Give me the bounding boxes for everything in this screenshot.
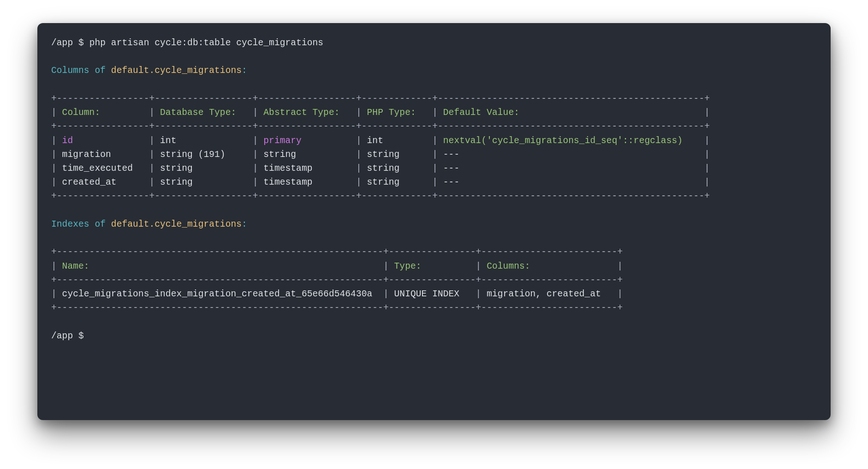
table-border: +---------------------------------------… — [51, 275, 623, 285]
pipe: | — [51, 108, 62, 118]
pipe: | — [351, 177, 367, 187]
table-header-php-type: PHP Type: — [367, 108, 427, 118]
heading-colon: : — [242, 66, 247, 76]
pipe: | — [427, 108, 443, 118]
pipe: | — [247, 163, 263, 174]
cell-abstract-type: timestamp — [263, 163, 351, 174]
pipe: | — [247, 150, 263, 160]
cell-column: time_executed — [62, 163, 144, 174]
cell-column: migration — [62, 150, 144, 160]
table-header-type: Type: — [394, 261, 470, 271]
pipe: | — [378, 261, 394, 271]
pipe: | — [144, 136, 160, 146]
pipe: | — [699, 177, 710, 187]
table-border: +---------------------------------------… — [51, 247, 623, 257]
pipe: | — [427, 177, 443, 187]
cell-abstract-type: primary — [263, 136, 351, 146]
heading-prefix: Indexes of — [51, 219, 111, 229]
pipe: | — [351, 163, 367, 174]
pipe: | — [247, 108, 263, 118]
table-border: +-----------------+------------------+--… — [51, 121, 710, 132]
pipe: | — [351, 136, 367, 146]
cell-column: created_at — [62, 177, 144, 187]
pipe: | — [427, 150, 443, 160]
cell-php-type: string — [367, 163, 427, 174]
pipe: | — [612, 289, 623, 299]
pipe: | — [378, 289, 394, 299]
cell-default-value: nextval('cycle_migrations_id_seq'::regcl… — [443, 136, 699, 146]
table-header-default-value: Default Value: — [443, 108, 699, 118]
pipe: | — [51, 261, 62, 271]
cell-type: UNIQUE INDEX — [394, 289, 470, 299]
table-header-abstract-type: Abstract Type: — [263, 108, 351, 118]
table-header-row: | Name: | Type: | Columns: | — [51, 261, 623, 271]
pipe: | — [247, 136, 263, 146]
cell-abstract-type: string — [263, 150, 351, 160]
end-prompt-line: /app $ — [51, 331, 89, 341]
heading-prefix: Columns of — [51, 66, 111, 76]
pipe: | — [144, 108, 160, 118]
pipe: | — [51, 163, 62, 174]
columns-heading: Columns of default.cycle_migrations: — [51, 66, 247, 76]
table-row: | migration | string (191) | string | st… — [51, 150, 710, 160]
pipe: | — [351, 108, 367, 118]
table-header-column: Column: — [62, 108, 144, 118]
cell-columns: migration, created_at — [487, 289, 612, 299]
indexes-heading: Indexes of default.cycle_migrations: — [51, 219, 247, 229]
indexes-table: +---------------------------------------… — [51, 247, 623, 313]
columns-table: +-----------------+------------------+--… — [51, 94, 710, 202]
terminal-output: /app $ php artisan cycle:db:table cycle_… — [51, 36, 817, 343]
cell-db-type: string — [160, 177, 247, 187]
pipe: | — [51, 150, 62, 160]
pipe: | — [51, 289, 62, 299]
heading-table-fqn: default.cycle_migrations — [111, 66, 242, 76]
pipe: | — [351, 150, 367, 160]
heading-colon: : — [242, 219, 247, 229]
table-row: | id | int | primary | int | nextval('cy… — [51, 136, 710, 146]
cell-db-type: string (191) — [160, 150, 247, 160]
cell-default-value: --- — [443, 150, 699, 160]
table-border: +---------------------------------------… — [51, 303, 623, 313]
pipe: | — [427, 163, 443, 174]
pipe: | — [470, 289, 487, 299]
pipe: | — [699, 108, 710, 118]
prompt-path: /app — [51, 38, 73, 48]
pipe: | — [699, 136, 710, 146]
pipe: | — [51, 177, 62, 187]
table-border: +-----------------+------------------+--… — [51, 94, 710, 104]
pipe: | — [144, 177, 160, 187]
cell-db-type: string — [160, 163, 247, 174]
cell-name: cycle_migrations_index_migration_created… — [62, 289, 378, 299]
table-header-row: | Column: | Database Type: | Abstract Ty… — [51, 108, 710, 118]
terminal-window[interactable]: /app $ php artisan cycle:db:table cycle_… — [37, 23, 831, 420]
cell-php-type: string — [367, 150, 427, 160]
pipe: | — [144, 163, 160, 174]
table-row: | time_executed | string | timestamp | s… — [51, 163, 710, 174]
pipe: | — [144, 150, 160, 160]
pipe: | — [247, 177, 263, 187]
pipe: | — [699, 163, 710, 174]
prompt-symbol: $ — [78, 331, 84, 341]
table-row: | created_at | string | timestamp | stri… — [51, 177, 710, 187]
pipe: | — [470, 261, 487, 271]
table-header-name: Name: — [62, 261, 378, 271]
table-header-columns: Columns: — [487, 261, 612, 271]
pipe: | — [51, 136, 62, 146]
cell-php-type: int — [367, 136, 427, 146]
pipe: | — [612, 261, 623, 271]
cell-php-type: string — [367, 177, 427, 187]
heading-table-fqn: default.cycle_migrations — [111, 219, 242, 229]
pipe: | — [427, 136, 443, 146]
table-header-db-type: Database Type: — [160, 108, 247, 118]
cell-default-value: --- — [443, 177, 699, 187]
prompt-symbol: $ — [78, 38, 84, 48]
pipe: | — [699, 150, 710, 160]
table-row: | cycle_migrations_index_migration_creat… — [51, 289, 623, 299]
prompt-line: /app $ php artisan cycle:db:table cycle_… — [51, 38, 323, 48]
cell-default-value: --- — [443, 163, 699, 174]
table-border: +-----------------+------------------+--… — [51, 191, 710, 201]
cell-db-type: int — [160, 136, 247, 146]
prompt-path: /app — [51, 331, 73, 341]
prompt-command: php artisan cycle:db:table cycle_migrati… — [89, 38, 323, 48]
cell-abstract-type: timestamp — [263, 177, 351, 187]
